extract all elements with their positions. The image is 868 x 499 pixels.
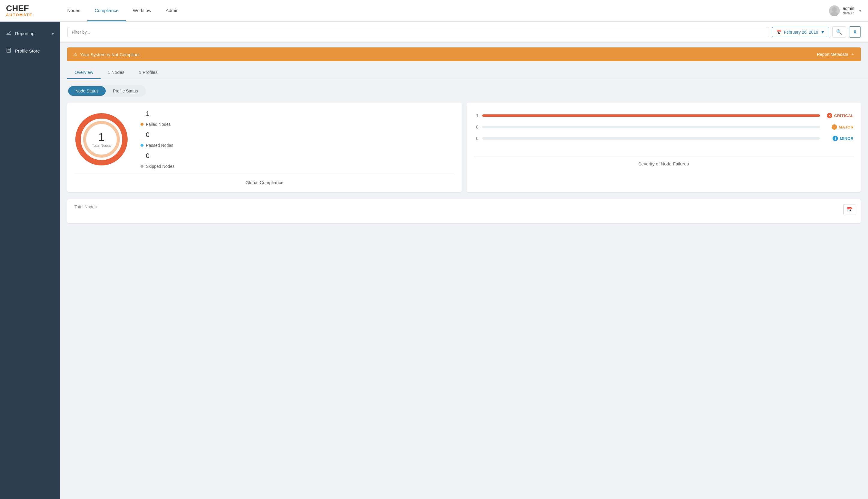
filter-input[interactable]	[67, 27, 769, 37]
node-stats: 1 Failed Nodes 0 Passed Nodes	[140, 110, 174, 169]
minor-count: 0	[474, 136, 479, 141]
total-nodes-number: 1	[92, 131, 111, 144]
download-icon: ⬇	[853, 29, 857, 35]
failed-dot	[140, 123, 144, 126]
tabs-bar: Overview 1 Nodes 1 Profiles	[60, 66, 868, 79]
user-name: admin	[843, 6, 854, 11]
report-metadata-button[interactable]: Report Metadata ＋	[817, 52, 855, 57]
critical-count: 1	[474, 113, 479, 118]
filter-bar: 📅 February 26, 2018 ▼ 🔍 ⬇	[60, 22, 868, 42]
logo: CHEF AUTOMATE	[6, 4, 48, 17]
user-info: admin default	[843, 6, 854, 16]
skipped-nodes-stat: 0	[140, 152, 174, 160]
skipped-dot	[140, 165, 144, 168]
svg-point-0	[832, 7, 837, 12]
major-bar-bg	[482, 126, 820, 128]
tab-overview[interactable]: Overview	[67, 66, 101, 79]
severity-title: Severity of Node Failures	[474, 156, 854, 166]
cards-row: 1 Total Nodes 1 Failed Nodes	[60, 103, 868, 199]
warning-icon: ⚠	[73, 52, 77, 57]
minor-bar-bg	[482, 137, 820, 139]
major-row: 0 – MAJOR	[474, 124, 854, 130]
user-role: default	[843, 11, 854, 16]
total-nodes-label: Total Nodes	[92, 144, 111, 148]
user-chevron-icon[interactable]: ▼	[858, 9, 862, 13]
major-label: MAJOR	[839, 125, 854, 130]
calendar-icon: 📅	[777, 30, 782, 35]
main-layout: Reporting ▶ Profile Store 📅 February 26,…	[0, 22, 868, 499]
failed-nodes-stat: 1	[140, 110, 174, 118]
alert-message: ⚠ Your System is Not Compliant	[73, 52, 140, 57]
search-button[interactable]: 🔍	[832, 26, 846, 38]
passed-count: 0	[140, 131, 149, 139]
passed-nodes-stat: 0	[140, 131, 174, 139]
skipped-nodes-row: Skipped Nodes	[140, 164, 174, 169]
node-status-toggle[interactable]: Node Status	[68, 86, 106, 96]
bottom-calendar-icon: 📅	[847, 207, 853, 212]
profile-status-toggle[interactable]: Profile Status	[106, 86, 145, 96]
nav-nodes[interactable]: Nodes	[60, 0, 87, 21]
search-icon: 🔍	[836, 29, 842, 35]
sidebar-profile-store-label: Profile Store	[15, 48, 54, 53]
date-chevron-icon: ▼	[821, 30, 825, 35]
main-content: 📅 February 26, 2018 ▼ 🔍 ⬇ ⚠ Your System …	[60, 22, 868, 499]
download-button[interactable]: ⬇	[849, 26, 861, 38]
global-compliance-card: 1 Total Nodes 1 Failed Nodes	[67, 103, 462, 192]
severity-card: 1 ✕ CRITICAL 0	[467, 103, 861, 192]
sidebar-item-reporting[interactable]: Reporting ▶	[0, 25, 60, 42]
critical-bar-bg	[482, 114, 820, 117]
nav-compliance[interactable]: Compliance	[87, 0, 125, 21]
sidebar: Reporting ▶ Profile Store	[0, 22, 60, 499]
add-icon: ＋	[851, 52, 855, 57]
main-nav: Nodes Compliance Workflow Admin	[60, 0, 829, 21]
critical-row: 1 ✕ CRITICAL	[474, 113, 854, 118]
failed-label: Failed Nodes	[146, 122, 171, 127]
minor-label-area: ℹ MINOR	[823, 136, 854, 141]
minor-icon: ℹ	[833, 136, 838, 141]
critical-label: CRITICAL	[834, 113, 854, 118]
sidebar-item-profile-store[interactable]: Profile Store	[0, 42, 60, 59]
donut-section: 1 Total Nodes 1 Failed Nodes	[74, 110, 455, 169]
major-icon: –	[832, 124, 837, 130]
skipped-count: 0	[140, 152, 149, 160]
passed-nodes-row: Passed Nodes	[140, 143, 174, 148]
bottom-card-label: Total Nodes	[74, 205, 97, 209]
donut-chart: 1 Total Nodes	[74, 112, 129, 166]
tab-nodes[interactable]: 1 Nodes	[101, 66, 132, 79]
critical-icon: ✕	[827, 113, 832, 118]
date-label: February 26, 2018	[784, 30, 818, 35]
failed-count: 1	[140, 110, 149, 118]
failed-nodes-row: Failed Nodes	[140, 122, 174, 127]
logo-automate: AUTOMATE	[6, 13, 33, 17]
reporting-arrow-icon: ▶	[52, 32, 54, 35]
bottom-card: Total Nodes 📅	[67, 199, 861, 223]
critical-bar	[482, 114, 820, 117]
tab-profiles[interactable]: 1 Profiles	[132, 66, 165, 79]
avatar	[829, 5, 840, 16]
reporting-icon	[6, 30, 11, 37]
status-toggle-group: Node Status Profile Status	[67, 85, 146, 97]
skipped-label: Skipped Nodes	[146, 164, 174, 169]
donut-center: 1 Total Nodes	[92, 131, 111, 148]
logo-chef: CHEF	[6, 4, 29, 13]
bottom-calendar-button[interactable]: 📅	[843, 204, 856, 215]
top-navigation: CHEF AUTOMATE Nodes Compliance Workflow …	[0, 0, 868, 22]
severity-section: 1 ✕ CRITICAL 0	[474, 110, 854, 150]
global-compliance-label: Global Compliance	[74, 175, 455, 185]
nav-workflow[interactable]: Workflow	[126, 0, 159, 21]
report-metadata-label: Report Metadata	[817, 52, 848, 57]
svg-point-1	[830, 12, 838, 16]
major-label-area: – MAJOR	[823, 124, 854, 130]
compliance-alert-banner: ⚠ Your System is Not Compliant Report Me…	[67, 47, 861, 61]
profile-store-icon	[6, 47, 11, 54]
passed-label: Passed Nodes	[146, 143, 173, 148]
date-picker-button[interactable]: 📅 February 26, 2018 ▼	[772, 27, 829, 37]
nav-admin[interactable]: Admin	[159, 0, 186, 21]
alert-text: Your System is Not Compliant	[80, 52, 140, 57]
major-count: 0	[474, 125, 479, 130]
minor-row: 0 ℹ MINOR	[474, 136, 854, 141]
critical-label-area: ✕ CRITICAL	[823, 113, 854, 118]
user-area: admin default ▼	[829, 5, 862, 16]
sidebar-reporting-label: Reporting	[15, 31, 48, 36]
minor-label: MINOR	[840, 136, 854, 141]
